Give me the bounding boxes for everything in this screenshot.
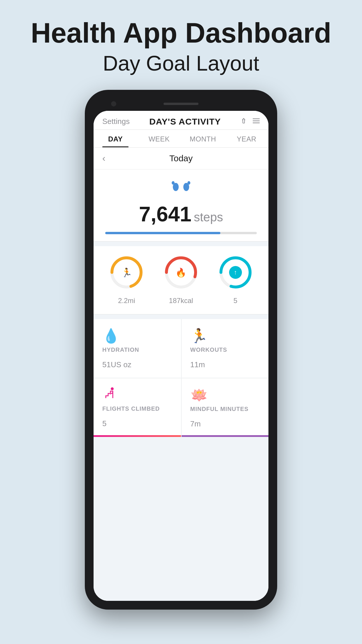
page-title: Health App Dashboard xyxy=(12,18,350,48)
date-back-button[interactable]: ‹ xyxy=(102,153,106,164)
svg-rect-0 xyxy=(243,119,245,123)
flights-bottom-bar xyxy=(94,435,181,437)
distance-number: 2.2 xyxy=(118,297,128,304)
svg-rect-2 xyxy=(253,120,260,121)
tiles-section: 💧 HYDRATION 51US oz 🏃 WORKOUTS 11m xyxy=(94,319,268,437)
steps-unit: steps xyxy=(194,210,223,224)
run-icon: 🏃 xyxy=(121,267,132,277)
distance-value: 2.2mi xyxy=(118,294,135,305)
mindful-label: MINDFUL MINUTES xyxy=(190,406,260,412)
hydration-value: 51US oz xyxy=(102,356,172,370)
steps-count: 7,641 steps xyxy=(139,202,223,226)
page-subtitle: Day Goal Layout xyxy=(12,51,350,75)
fire-icon: 🔥 xyxy=(175,267,186,277)
workouts-value: 11m xyxy=(190,356,260,370)
water-drop-icon: 💧 xyxy=(102,328,172,344)
calories-unit: kcal xyxy=(181,297,193,304)
svg-point-7 xyxy=(187,181,190,185)
calories-number: 187 xyxy=(169,297,181,304)
hydration-number: 51 xyxy=(102,360,111,369)
hydration-unit: US oz xyxy=(111,360,131,369)
stairs-icon xyxy=(102,387,172,403)
workouts-number: 11 xyxy=(190,360,199,369)
phone-speaker xyxy=(164,103,198,105)
metric-distance[interactable]: 🏃 2.2mi xyxy=(109,255,144,305)
svg-rect-3 xyxy=(253,123,260,123)
mindful-value: 7m xyxy=(190,415,260,429)
workouts-unit: m xyxy=(198,360,205,369)
steps-number: 7,641 xyxy=(139,202,191,226)
distance-unit: mi xyxy=(128,297,135,304)
mindful-bottom-bar xyxy=(182,435,269,437)
list-icon[interactable] xyxy=(253,117,260,126)
nav-bar: Settings DAY'S ACTIVITY xyxy=(94,111,268,130)
tab-week[interactable]: WEEK xyxy=(137,130,181,147)
phone-screen: Settings DAY'S ACTIVITY xyxy=(94,111,268,601)
tile-workouts[interactable]: 🏃 WORKOUTS 11m xyxy=(181,319,269,378)
flights-climbed-value: 5 xyxy=(102,414,172,429)
svg-point-5 xyxy=(172,181,175,185)
distance-circle: 🏃 xyxy=(109,255,144,290)
steps-progress-bar xyxy=(105,232,257,234)
tab-bar: DAY WEEK MONTH YEAR xyxy=(94,130,268,148)
up-arrow-icon: ↑ xyxy=(229,266,242,279)
metric-flights[interactable]: ↑ 5 xyxy=(218,255,253,305)
tab-month[interactable]: MONTH xyxy=(181,130,225,147)
steps-progress-fill xyxy=(105,232,220,234)
share-icon[interactable] xyxy=(240,117,247,126)
lotus-icon: 🪷 xyxy=(190,387,260,403)
tile-hydration[interactable]: 💧 HYDRATION 51US oz xyxy=(94,319,181,378)
app-content: Settings DAY'S ACTIVITY xyxy=(94,111,268,601)
svg-rect-1 xyxy=(253,118,260,119)
flights-climbed-number: 5 xyxy=(102,419,106,428)
footprints-icon xyxy=(169,178,193,200)
settings-button[interactable]: Settings xyxy=(102,117,130,126)
steps-section: 7,641 steps xyxy=(94,169,268,242)
tab-day[interactable]: DAY xyxy=(94,130,137,147)
calories-circle: 🔥 xyxy=(164,255,198,290)
workout-icon: 🏃 xyxy=(190,328,260,344)
mindful-unit: m xyxy=(194,419,201,428)
hydration-label: HYDRATION xyxy=(102,346,172,353)
phone-frame: Settings DAY'S ACTIVITY xyxy=(85,90,277,610)
workouts-label: WORKOUTS xyxy=(190,346,260,353)
flights-value: 5 xyxy=(233,294,237,305)
phone-camera xyxy=(111,101,116,106)
nav-title: DAY'S ACTIVITY xyxy=(149,117,221,127)
tile-flights-climbed[interactable]: FLIGHTS CLIMBED 5 xyxy=(94,378,181,437)
date-nav: ‹ Today xyxy=(94,148,268,169)
date-label: Today xyxy=(169,153,193,163)
calories-value: 187kcal xyxy=(169,294,193,305)
metrics-row: 🏃 2.2mi 🔥 18 xyxy=(94,246,268,314)
svg-point-14 xyxy=(111,387,114,390)
phone-top-bar xyxy=(94,99,268,111)
metric-calories[interactable]: 🔥 187kcal xyxy=(164,255,198,305)
nav-icons xyxy=(240,117,260,126)
tile-mindful[interactable]: 🪷 MINDFUL MINUTES 7m xyxy=(181,378,269,437)
tab-year[interactable]: YEAR xyxy=(225,130,268,147)
page-header: Health App Dashboard Day Goal Layout xyxy=(0,0,362,84)
flights-circle: ↑ xyxy=(218,255,253,290)
mindful-number: 7 xyxy=(190,419,194,428)
flights-climbed-label: FLIGHTS CLIMBED xyxy=(102,405,172,412)
flights-number: 5 xyxy=(233,297,237,304)
